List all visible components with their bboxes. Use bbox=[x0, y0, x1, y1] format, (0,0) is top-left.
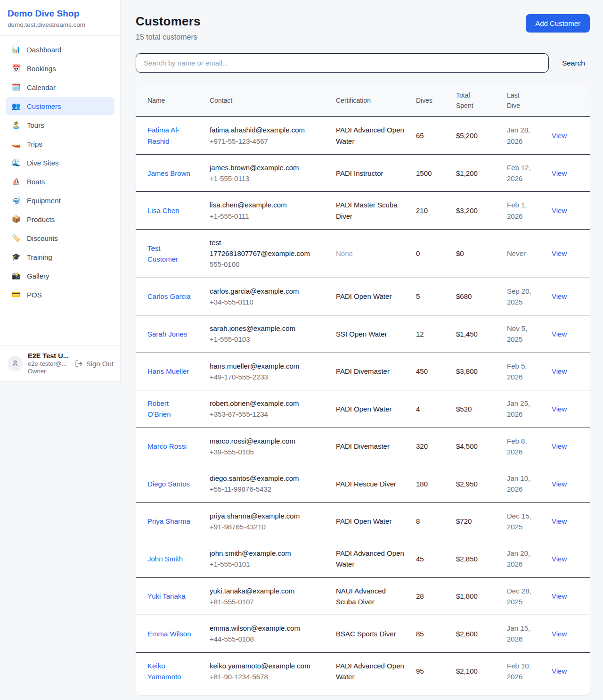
customer-total-spent: $0 bbox=[456, 248, 496, 259]
customer-dives: 8 bbox=[416, 516, 445, 527]
camera-icon: 📸 bbox=[11, 272, 21, 280]
customer-dives: 12 bbox=[416, 329, 445, 339]
sidebar-item-calendar[interactable]: 🗓️ Calendar bbox=[6, 78, 114, 96]
customer-last-dive: Jan 28, 2026 bbox=[507, 124, 537, 147]
customer-dives: 0 bbox=[416, 248, 445, 259]
table-row: Carlos Garcia carlos.garcia@example.com … bbox=[136, 278, 590, 315]
column-header-last-dive: Last Dive bbox=[501, 85, 546, 117]
customer-name-link[interactable]: Yuki Tanaka bbox=[147, 591, 193, 601]
column-header-name: Name bbox=[136, 85, 204, 117]
customer-certification: PADI Open Water bbox=[336, 404, 405, 414]
customer-last-dive: Nov 5, 2025 bbox=[507, 323, 537, 345]
customer-total-spent: $1,200 bbox=[456, 168, 496, 179]
customer-certification: NAUI Advanced Scuba Diver bbox=[336, 585, 405, 608]
customer-certification: PADI Advanced Open Water bbox=[336, 548, 405, 570]
sidebar-item-tours[interactable]: 🏝️ Tours bbox=[6, 116, 114, 134]
customer-last-dive: Feb 8, 2026 bbox=[507, 436, 537, 458]
customer-name-link[interactable]: Hans Mueller bbox=[147, 366, 193, 377]
sidebar-item-products[interactable]: 📦 Products bbox=[6, 210, 114, 228]
table-row: Priya Sharma priya.sharma@example.com +9… bbox=[136, 502, 590, 540]
customer-dives: 95 bbox=[416, 666, 445, 676]
view-customer-link[interactable]: View bbox=[552, 667, 567, 675]
sidebar-item-pos[interactable]: 💳 POS bbox=[6, 286, 114, 304]
add-customer-button[interactable]: Add Customer bbox=[526, 14, 590, 33]
view-customer-link[interactable]: View bbox=[552, 480, 567, 488]
customer-name-link[interactable]: Lisa Chen bbox=[147, 205, 193, 216]
customer-dives: 320 bbox=[416, 441, 445, 452]
view-customer-link[interactable]: View bbox=[552, 517, 567, 525]
sidebar-item-equipment[interactable]: 🤿 Equipment bbox=[6, 191, 114, 209]
customer-name-link[interactable]: Robert O'Brien bbox=[147, 398, 193, 420]
view-customer-link[interactable]: View bbox=[552, 292, 567, 300]
sidebar-item-label: Trips bbox=[27, 140, 42, 148]
sidebar-item-dive-sites[interactable]: 🌊 Dive Sites bbox=[6, 154, 114, 172]
sidebar-item-customers[interactable]: 👥 Customers bbox=[6, 97, 114, 115]
customer-name-link[interactable]: Fatima Al-Rashid bbox=[147, 124, 193, 147]
table-row: Keiko Yamamoto keiko.yamamoto@example.co… bbox=[136, 652, 590, 690]
sidebar-item-trips[interactable]: 🚤 Trips bbox=[6, 135, 114, 153]
customer-certification: PADI Open Water bbox=[336, 516, 405, 527]
sidebar-item-discounts[interactable]: 🏷️ Discounts bbox=[6, 229, 114, 247]
customer-name-link[interactable]: Priya Sharma bbox=[147, 516, 193, 527]
customer-name-link[interactable]: Marco Rossi bbox=[147, 441, 193, 452]
table-row: Yuki Tanaka yuki.tanaka@example.com +81-… bbox=[136, 577, 590, 615]
user-info: E2E Test U... e2e-tester@... Owner bbox=[28, 352, 70, 375]
customer-dives: 1500 bbox=[416, 168, 445, 179]
search-input[interactable] bbox=[136, 53, 549, 73]
customer-last-dive: Dec 28, 2025 bbox=[507, 585, 537, 608]
customer-name-link[interactable]: Test Customer bbox=[147, 243, 193, 265]
customer-certification: PADI Rescue Diver bbox=[336, 478, 405, 489]
sidebar-item-dashboard[interactable]: 📊 Dashboard bbox=[6, 41, 114, 58]
view-customer-link[interactable]: View bbox=[552, 169, 567, 177]
search-button[interactable]: Search bbox=[557, 55, 590, 71]
customer-total-spent: $2,850 bbox=[456, 553, 496, 564]
customer-email: priya.sharma@example.com bbox=[210, 511, 313, 521]
customer-last-dive: Feb 12, 2026 bbox=[507, 162, 537, 184]
sidebar-item-boats[interactable]: ⛵ Boats bbox=[6, 173, 114, 190]
view-customer-link[interactable]: View bbox=[552, 330, 567, 338]
view-customer-link[interactable]: View bbox=[552, 206, 567, 214]
table-header-row: Name Contact Certification Dives Total S… bbox=[136, 85, 590, 117]
view-customer-link[interactable]: View bbox=[552, 592, 567, 600]
view-customer-link[interactable]: View bbox=[552, 367, 567, 375]
sidebar-item-gallery[interactable]: 📸 Gallery bbox=[6, 267, 114, 285]
view-customer-link[interactable]: View bbox=[552, 555, 567, 563]
sidebar-header: Demo Dive Shop demo.test.divestreams.com bbox=[0, 0, 120, 36]
column-header-certification: Certification bbox=[330, 85, 410, 117]
wave-icon: 🌊 bbox=[11, 158, 21, 167]
customer-contact: test-1772681807767@example.com 555-0100 bbox=[210, 237, 313, 270]
customer-email: test-1772681807767@example.com bbox=[210, 237, 313, 259]
customer-name-link[interactable]: Emma Wilson bbox=[147, 628, 193, 639]
view-customer-link[interactable]: View bbox=[552, 249, 567, 257]
customer-name-link[interactable]: John Smith bbox=[147, 553, 193, 564]
customer-last-dive: Never bbox=[507, 248, 537, 259]
customer-name-link[interactable]: Sarah Jones bbox=[147, 329, 193, 339]
customer-dives: 65 bbox=[416, 130, 445, 141]
customer-phone: +81-90-1234-5678 bbox=[210, 671, 313, 682]
sidebar-item-training[interactable]: 🎓 Training bbox=[6, 248, 114, 266]
customer-dives: 5 bbox=[416, 291, 445, 302]
view-customer-link[interactable]: View bbox=[552, 405, 567, 413]
customer-email: lisa.chen@example.com bbox=[210, 199, 313, 210]
customer-phone: +34-555-0110 bbox=[210, 296, 313, 307]
customer-name-link[interactable]: Keiko Yamamoto bbox=[147, 660, 193, 683]
view-customer-link[interactable]: View bbox=[552, 442, 567, 450]
customers-table: Name Contact Certification Dives Total S… bbox=[136, 85, 590, 690]
customer-name-link[interactable]: James Brown bbox=[147, 168, 193, 179]
customer-phone: +1-555-0111 bbox=[210, 211, 313, 222]
customer-email: hans.mueller@example.com bbox=[210, 361, 313, 371]
customer-phone: +1-555-0103 bbox=[210, 334, 313, 345]
customer-email: john.smith@example.com bbox=[210, 548, 313, 559]
customer-email: robert.obrien@example.com bbox=[210, 398, 313, 409]
customer-name-link[interactable]: Carlos Garcia bbox=[147, 291, 193, 302]
column-header-contact: Contact bbox=[204, 85, 330, 117]
customer-name-link[interactable]: Diego Santos bbox=[147, 478, 193, 489]
sidebar-item-bookings[interactable]: 📅 Bookings bbox=[6, 59, 114, 77]
view-customer-link[interactable]: View bbox=[552, 132, 567, 140]
sidebar-item-label: POS bbox=[27, 291, 42, 299]
view-customer-link[interactable]: View bbox=[552, 630, 567, 638]
sign-out-button[interactable]: Sign Out bbox=[75, 360, 114, 368]
table-row: Test Customer test-1772681807767@example… bbox=[136, 229, 590, 278]
credit-card-icon: 💳 bbox=[11, 290, 21, 299]
customer-total-spent: $680 bbox=[456, 291, 496, 302]
